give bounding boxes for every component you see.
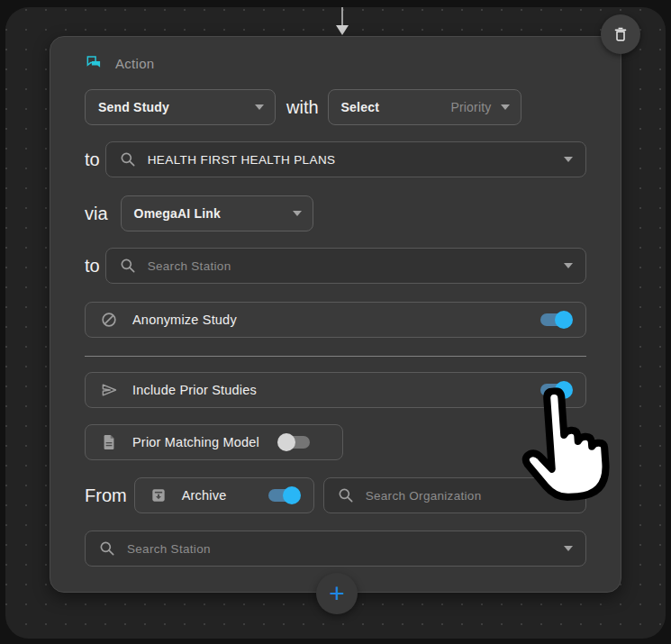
incoming-connector-arrow [333,7,351,36]
document-icon [100,433,118,451]
action-type-value: Send Study [98,100,169,114]
via-row: via OmegaAI Link [85,195,586,231]
archive-row: Archive [134,477,314,513]
destination-station-input[interactable] [148,259,553,273]
destination-org-input[interactable] [148,153,553,167]
from-station-row [85,531,586,567]
chevron-down-icon[interactable] [564,157,573,162]
search-icon [119,257,137,275]
include-prior-studies-toggle[interactable] [540,384,571,396]
destination-station-combobox[interactable] [105,248,586,284]
search-icon [119,150,137,168]
from-organization-combobox[interactable] [323,477,586,513]
card-title: Action [115,56,155,71]
delete-node-button[interactable] [601,14,640,54]
prior-matching-model-row: Prior Matching Model [85,424,343,460]
from-label: From [85,485,127,506]
archive-icon [150,486,168,504]
destination-station-row: to [85,248,586,284]
search-icon [98,540,116,558]
forum-chat-icon [85,54,103,72]
chevron-down-icon [255,104,264,110]
from-station-combobox[interactable] [85,531,586,567]
priority-select-label: Select [341,100,379,114]
chevron-down-icon [293,211,302,216]
action-node-card: Action Send Study with Select Priority t… [50,36,621,593]
section-divider [85,356,586,357]
archive-toggle[interactable] [268,489,299,502]
via-value: OmegaAI Link [134,206,222,221]
block-anonymize-icon [100,311,118,329]
include-prior-studies-row: Include Prior Studies [85,372,586,408]
chevron-down-icon[interactable] [564,493,573,498]
chevron-down-icon [501,104,510,110]
chevron-down-icon[interactable] [564,263,573,268]
to-label: to [85,256,100,277]
send-icon [100,381,118,399]
search-icon [337,486,355,504]
from-station-input[interactable] [127,542,553,556]
trash-icon [612,25,630,43]
chevron-down-icon[interactable] [564,546,573,551]
destination-org-row: to [85,141,586,177]
anonymize-study-toggle[interactable] [540,313,571,326]
with-label: with [286,97,319,118]
plus-icon: + [329,580,345,607]
prior-matching-row-wrap: Prior Matching Model [85,424,586,460]
from-organization-input[interactable] [366,489,553,503]
priority-dropdown[interactable]: Select Priority [328,89,521,125]
include-prior-studies-label: Include Prior Studies [132,383,257,397]
anonymize-study-label: Anonymize Study [132,313,237,327]
to-label: to [85,150,100,170]
via-label: via [85,204,108,224]
add-node-button[interactable]: + [316,573,358,614]
from-row: From Archive [85,477,586,513]
prior-matching-model-toggle[interactable] [279,436,310,449]
anonymize-study-row: Anonymize Study [85,302,586,338]
priority-placeholder: Priority [450,100,491,114]
destination-org-combobox[interactable] [105,141,586,177]
card-header: Action [85,53,586,73]
arrow-down-icon [336,25,349,35]
action-type-row: Send Study with Select Priority [85,89,586,125]
action-type-dropdown[interactable]: Send Study [85,89,276,125]
prior-matching-model-label: Prior Matching Model [132,435,259,449]
archive-label: Archive [182,488,227,503]
via-dropdown[interactable]: OmegaAI Link [121,195,313,231]
